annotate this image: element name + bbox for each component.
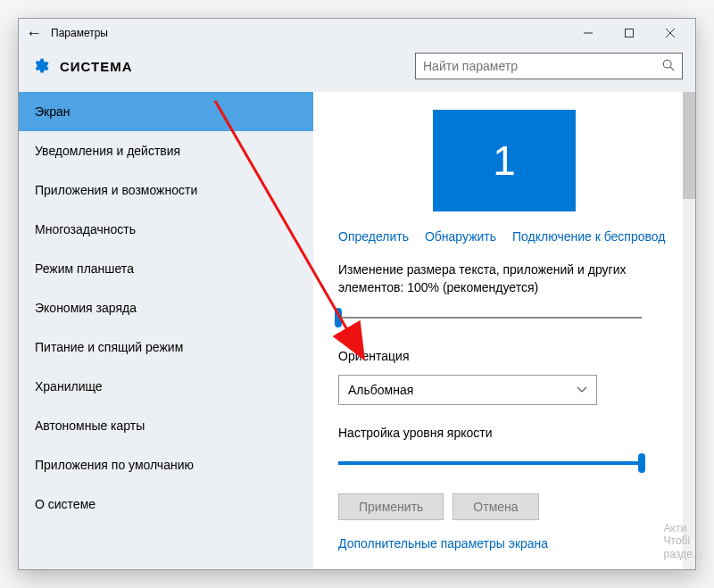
identify-link[interactable]: Обнаружить	[425, 229, 496, 244]
maximize-icon	[625, 29, 634, 37]
apply-button[interactable]: Применить	[338, 493, 444, 520]
detect-link[interactable]: Определить	[338, 229, 409, 244]
brightness-label: Настройка уровня яркости	[338, 425, 670, 443]
sidebar-item-about[interactable]: О системе	[19, 484, 313, 524]
orientation-value: Альбомная	[348, 383, 577, 397]
slider-thumb[interactable]	[335, 308, 342, 327]
slider-fill	[338, 461, 642, 465]
slider-thumb[interactable]	[638, 453, 645, 473]
gear-icon	[31, 57, 49, 75]
sidebar-item-apps[interactable]: Приложения и возможности	[19, 170, 313, 210]
sidebar-item-multitasking[interactable]: Многозадачность	[19, 210, 313, 249]
brightness-slider[interactable]	[338, 451, 642, 476]
orientation-dropdown[interactable]: Альбомная	[338, 375, 597, 405]
search-box[interactable]	[415, 53, 683, 79]
sidebar-item-power[interactable]: Питание и спящий режим	[19, 327, 313, 367]
minimize-icon	[584, 29, 593, 37]
orientation-label: Ориентация	[338, 348, 670, 366]
sidebar-item-storage[interactable]: Хранилище	[19, 367, 313, 406]
scrollbar-thumb[interactable]	[683, 92, 695, 199]
maximize-button[interactable]	[611, 21, 647, 46]
sidebar-item-battery[interactable]: Экономия заряда	[19, 288, 313, 327]
cancel-button[interactable]: Отмена	[452, 493, 538, 520]
sidebar-item-default-apps[interactable]: Приложения по умолчанию	[19, 445, 313, 484]
sidebar-item-maps[interactable]: Автономные карты	[19, 406, 313, 445]
close-button[interactable]	[652, 21, 688, 46]
body: Экран Уведомления и действия Приложения …	[19, 92, 695, 569]
scrollbar[interactable]	[683, 92, 695, 569]
titlebar: ← Параметры	[19, 19, 695, 47]
sidebar-item-display[interactable]: Экран	[19, 92, 313, 131]
sidebar-item-tablet[interactable]: Режим планшета	[19, 249, 313, 288]
advanced-display-link[interactable]: Дополнительные параметры экрана	[338, 536, 670, 551]
close-icon	[666, 29, 675, 37]
svg-rect-1	[626, 29, 634, 37]
minimize-button[interactable]	[570, 21, 606, 46]
search-input[interactable]	[423, 59, 662, 73]
subheader: СИСТЕМА	[19, 47, 695, 92]
sidebar-item-notifications[interactable]: Уведомления и действия	[19, 131, 313, 170]
activation-watermark: Акти Чтобі разде.	[664, 522, 695, 560]
search-icon	[662, 59, 675, 74]
window-controls	[570, 21, 688, 46]
content-panel: 1 Определить Обнаружить Подключение к бе…	[313, 92, 695, 569]
settings-window: ← Параметры СИСТЕМА Экран	[18, 18, 696, 570]
svg-line-5	[670, 67, 674, 70]
chevron-down-icon	[577, 384, 587, 396]
monitor-number: 1	[493, 137, 516, 185]
back-button[interactable]: ←	[26, 24, 51, 43]
scale-label: Изменение размера текста, приложений и д…	[338, 261, 670, 296]
sidebar: Экран Уведомления и действия Приложения …	[19, 92, 313, 569]
section-title: СИСТЕМА	[60, 59, 133, 74]
slider-track	[338, 317, 642, 319]
wireless-link[interactable]: Подключение к беспровод	[512, 229, 665, 244]
monitor-preview[interactable]: 1	[433, 110, 576, 211]
display-links: Определить Обнаружить Подключение к бесп…	[338, 229, 670, 244]
window-title: Параметры	[51, 27, 570, 39]
svg-point-4	[663, 60, 671, 68]
scale-slider[interactable]	[338, 305, 642, 330]
button-row: Применить Отмена	[338, 493, 670, 520]
